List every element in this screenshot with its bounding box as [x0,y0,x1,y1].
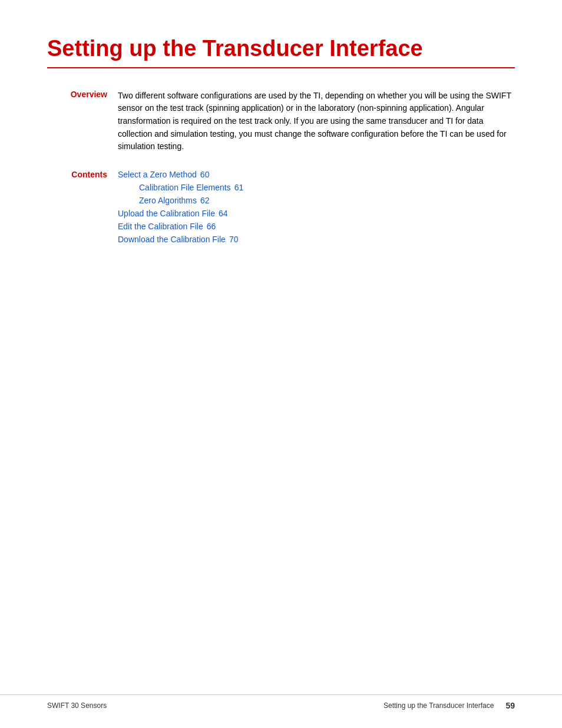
page-container: Setting up the Transducer Interface Over… [0,0,562,728]
contents-section: Contents Select a Zero Method60Calibrati… [47,170,515,248]
footer-right: Setting up the Transducer Interface 59 [384,701,515,710]
overview-body: Two different software configurations ar… [118,90,515,153]
contents-page-num: 60 [200,170,210,179]
contents-link[interactable]: Calibration File Elements [139,183,231,192]
contents-link[interactable]: Download the Calibration File [118,235,226,244]
contents-item: Upload the Calibration File64 [118,209,515,218]
contents-label: Contents [47,170,118,179]
title-rule [47,67,515,68]
contents-page-num: 70 [229,235,239,244]
contents-item: Edit the Calibration File66 [118,222,515,231]
content-area: Setting up the Transducer Interface Over… [0,0,562,295]
contents-item: Select a Zero Method60 [118,170,515,179]
contents-link[interactable]: Zero Algorithms [139,196,197,205]
contents-link[interactable]: Edit the Calibration File [118,222,203,231]
contents-page-num: 61 [234,183,244,192]
contents-item: Zero Algorithms62 [118,196,515,205]
contents-item: Calibration File Elements61 [118,183,515,192]
contents-page-num: 66 [207,222,216,231]
contents-page-num: 62 [200,196,210,205]
contents-link[interactable]: Select a Zero Method [118,170,197,179]
page-title: Setting up the Transducer Interface [47,35,515,62]
contents-page-num: 64 [219,209,228,218]
contents-item: Download the Calibration File70 [118,235,515,244]
overview-section: Overview Two different software configur… [47,90,515,153]
footer: SWIFT 30 Sensors Setting up the Transduc… [0,694,562,710]
footer-left-text: SWIFT 30 Sensors [47,701,107,710]
contents-link[interactable]: Upload the Calibration File [118,209,215,218]
contents-list: Select a Zero Method60Calibration File E… [118,170,515,248]
footer-page-number: 59 [505,701,515,710]
overview-label: Overview [47,90,118,99]
footer-right-text: Setting up the Transducer Interface [384,701,494,710]
overview-text: Two different software configurations ar… [118,90,515,153]
